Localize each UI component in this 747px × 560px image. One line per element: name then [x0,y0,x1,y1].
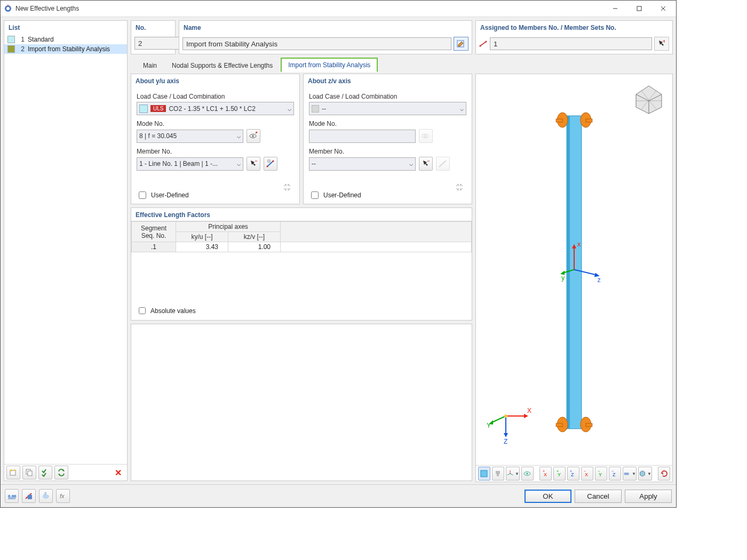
svg-rect-30 [268,160,270,162]
svg-rect-72 [481,470,487,477]
about-y-axis-panel: About y/u axis Load Case / Load Combinat… [131,74,300,204]
y-member-show-button[interactable] [264,157,277,171]
view-reset-button[interactable] [658,467,670,481]
svg-text:Z: Z [504,438,507,445]
comment-panel [131,324,472,481]
svg-text:y: y [561,274,565,282]
svg-point-1 [6,7,10,10]
view-axes-dropdown[interactable]: ▼ [506,467,520,481]
name-input[interactable] [182,37,451,50]
title-bar: New Effective Lengths [1,1,676,17]
close-button[interactable] [651,1,675,17]
member-info-button[interactable] [22,489,36,503]
no-label: No. [131,21,175,34]
absolute-values-checkbox[interactable] [139,307,146,314]
svg-point-28 [266,165,268,167]
y-member-pick-button[interactable] [247,157,260,171]
z-mode-view-button [419,129,433,143]
y-lc-label: Load Case / Load Combination [137,93,294,100]
col-principal: Principal axes [176,222,281,232]
member-icon [479,40,488,47]
svg-rect-48 [586,119,592,122]
y-mode-combo[interactable]: 8 | f = 30.045 ⌵ [137,130,243,143]
y-lc-combo[interactable]: ULS CO2 - 1.35 * LC1 + 1.50 * LC2 ⌵ [137,102,294,115]
help-cloud-button[interactable]: ? [39,489,53,503]
function-button[interactable]: fx [56,489,70,503]
new-item-button[interactable] [6,466,20,479]
copy-item-button[interactable] [22,466,36,479]
delete-item-button[interactable]: ✕ [111,466,125,479]
tab-main[interactable]: Main [136,59,164,72]
y-user-defined-checkbox[interactable] [139,191,146,199]
view-plus-y-button[interactable]: +Y [553,467,566,481]
pick-members-button[interactable] [654,37,669,51]
z-lc-combo[interactable]: -- ⌵ [309,102,466,115]
svg-text:0,00: 0,00 [8,494,16,499]
svg-rect-73 [497,475,499,476]
assigned-input[interactable] [490,37,652,50]
view-show-button[interactable] [521,467,534,481]
z-member-combo[interactable]: -- ⌵ [309,157,416,171]
svg-rect-91 [624,473,629,475]
sync-item-button[interactable] [54,466,68,479]
units-button[interactable]: 0,00 [5,489,19,503]
view-minus-x-button[interactable]: −X [581,467,593,481]
cell-kz[interactable]: 1.00 [228,242,281,252]
z-mode-label: Mode No. [309,120,466,127]
absolute-values-check[interactable]: Absolute values [131,301,472,320]
ok-button[interactable]: OK [525,490,571,503]
edit-name-button[interactable] [454,37,468,51]
z-user-defined-check[interactable]: User-Defined [309,190,361,201]
cell-blank [281,242,472,252]
svg-marker-8 [14,469,17,471]
viewport-3d[interactable]: x z y [476,74,672,465]
z-lc-label: Load Case / Load Combination [309,93,466,100]
minimize-button[interactable] [603,1,627,17]
check-item-button[interactable] [38,466,52,479]
z-member-value: -- [312,160,316,167]
view-minus-z-button[interactable]: −Z [609,467,621,481]
tab-import-from-stability-analysis[interactable]: Import from Stability Analysis [281,58,378,72]
apply-button[interactable]: Apply [625,490,672,503]
y-user-defined-check[interactable]: User-Defined [137,190,189,201]
table-row[interactable]: .1 3.43 1.00 [132,242,472,252]
chevron-down-icon: ⌵ [237,132,241,140]
col-segment-2: Seq. No. [141,232,166,239]
tab-bar: MainNodal Supports & Effective LengthsIm… [131,57,673,71]
y-mode-view-button[interactable] [247,129,260,143]
about-z-title: About z/v axis [304,74,472,87]
about-z-axis-panel: About z/v axis Load Case / Load Combinat… [303,74,472,204]
nav-cube[interactable] [629,77,669,118]
cell-ky[interactable]: 3.43 [176,242,228,252]
view-plus-x-button[interactable]: +X [539,467,552,481]
view-plus-z-button[interactable]: +Z [567,467,579,481]
list-item[interactable]: 1 Standard [4,35,127,44]
z-expand-button[interactable] [452,180,466,194]
view-solid-button[interactable] [478,467,490,481]
view-style-dropdown[interactable]: ▼ [623,467,637,481]
svg-line-35 [440,161,446,166]
list-item-number: 2 [18,45,25,53]
col-ky: ky/u [--] [176,232,228,242]
list-panel: List 1 Standard 2 Import from Stability … [4,20,128,481]
z-member-pick-button[interactable] [419,157,433,171]
y-member-combo[interactable]: 1 - Line No. 1 | Beam | 1 -... ⌵ [137,157,243,171]
view-minus-y-button[interactable]: −Y [595,467,607,481]
dialog-window: New Effective Lengths List 1 Standard 2 … [0,0,677,508]
list-header: List [4,21,127,34]
z-user-defined-checkbox[interactable] [311,191,319,199]
svg-text:Y: Y [487,422,491,429]
svg-text:Y: Y [599,472,602,477]
svg-text:X: X [585,472,588,477]
tab-nodal-supports-effective-lengths[interactable]: Nodal Supports & Effective Lengths [165,59,280,72]
y-mode-label: Mode No. [137,120,294,127]
list-body: 1 Standard 2 Import from Stability Analy… [4,34,127,464]
view-trophy-button[interactable] [492,467,504,481]
list-item[interactable]: 2 Import from Stability Analysis [4,44,127,54]
svg-rect-4 [637,6,641,11]
chevron-down-icon: ⌵ [460,105,464,113]
view-box-dropdown[interactable]: ▼ [638,467,652,481]
y-expand-button[interactable] [280,180,294,194]
cancel-button[interactable]: Cancel [575,490,622,503]
maximize-button[interactable] [627,1,651,17]
